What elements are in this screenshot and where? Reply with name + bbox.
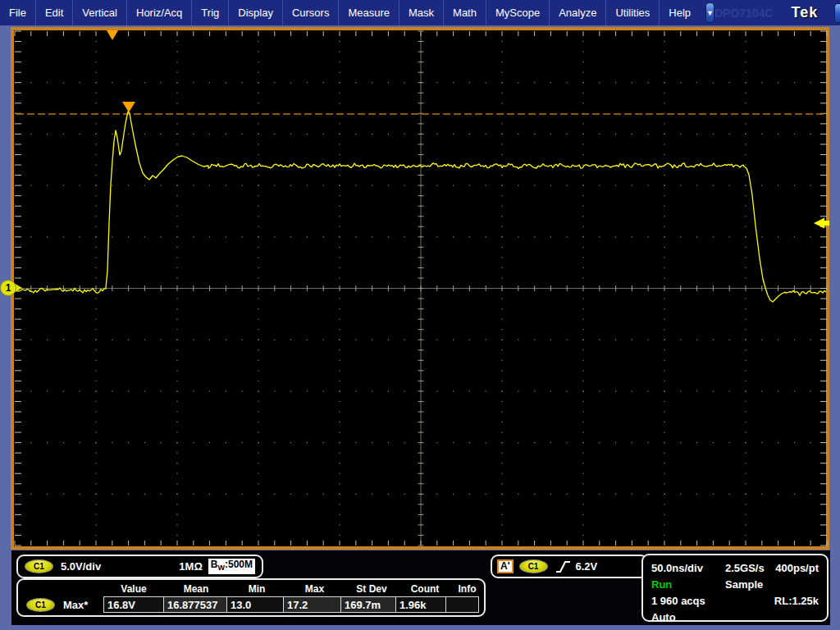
meas-count-cell: 1.96k	[395, 596, 446, 613]
acq-mode: Sample	[725, 578, 763, 591]
col-info: Info	[450, 583, 484, 595]
trigger-a-badge: A'	[497, 559, 514, 573]
menu-file[interactable]: File	[0, 0, 36, 25]
measurement-label: C1 Max*	[21, 598, 103, 612]
channel1-readout[interactable]: C1 5.0V/div 1MΩ BW:500M	[16, 555, 263, 578]
menu-math[interactable]: Math	[444, 0, 486, 25]
rising-edge-icon	[555, 559, 572, 574]
meas-mean-cell: 16.877537	[163, 596, 227, 613]
menu-horiz-acq[interactable]: Horiz/Acq	[127, 0, 192, 25]
waveform-display: 1	[0, 0, 840, 630]
model-label: DPO7104C	[714, 7, 774, 20]
menu-vertical[interactable]: Vertical	[73, 0, 127, 25]
menu-trig[interactable]: Trig	[192, 0, 229, 25]
channel1-termination: 1MΩ	[179, 560, 202, 573]
measurement-row: C1 Max* 16.8V 16.877537 13.0 17.2 169.7m…	[21, 596, 484, 614]
minimize-button[interactable]	[834, 3, 840, 23]
col-max: Max	[285, 583, 344, 595]
menu-mask[interactable]: Mask	[399, 0, 444, 25]
chevron-down-icon: ▼	[706, 9, 714, 17]
resolution: 400ps/pt	[775, 562, 819, 574]
acq-count: 1 960 acqs	[651, 595, 705, 607]
trigger-source-badge: C1	[519, 559, 548, 573]
trigger-level: 6.2V	[576, 560, 598, 573]
menu-help[interactable]: Help	[660, 0, 700, 25]
menu-analyze[interactable]: Analyze	[550, 0, 606, 25]
channel1-bandwidth: BW:500M	[208, 559, 255, 574]
col-count: Count	[399, 583, 450, 595]
acquisition-readout[interactable]: 50.0ns/div 2.5GS/s 400ps/pt Run Sample 1…	[641, 554, 829, 622]
meas-info-cell	[445, 596, 479, 613]
titlebar-right: DPO7104C Tek X	[714, 0, 840, 25]
measurement-name: Max*	[63, 599, 88, 611]
timebase: 50.0ns/div	[651, 562, 725, 574]
measurement-headers: Value Mean Min Max St Dev Count Info	[21, 582, 484, 596]
menu-bar: File Edit Vertical Horiz/Acq Trig Displa…	[0, 0, 840, 25]
col-value: Value	[103, 583, 164, 595]
trigger-readout[interactable]: A' C1 6.2V	[491, 555, 648, 578]
trigger-mode: Auto	[651, 611, 676, 623]
menu-cursors[interactable]: Cursors	[283, 0, 340, 25]
sample-rate: 2.5GS/s	[725, 562, 765, 574]
acq-state: Run	[651, 578, 725, 591]
meas-stdev-cell: 169.7m	[340, 596, 396, 613]
measurement-source-badge: C1	[26, 598, 55, 612]
menu-measure[interactable]: Measure	[339, 0, 399, 25]
menu-utilities[interactable]: Utilities	[606, 0, 660, 25]
measurement-table[interactable]: Value Mean Min Max St Dev Count Info C1 …	[16, 578, 486, 617]
readout-panel: C1 5.0V/div 1MΩ BW:500M A' C1 6.2V 50.0n…	[11, 550, 830, 625]
svg-text:1: 1	[6, 282, 11, 294]
menu-edit[interactable]: Edit	[36, 0, 73, 25]
meas-value-cell: 16.8V	[103, 596, 164, 613]
col-stdev: St Dev	[344, 583, 399, 595]
channel1-badge: C1	[25, 559, 53, 573]
col-min: Min	[228, 583, 285, 595]
record-length: RL:1.25k	[774, 595, 819, 607]
menu-display[interactable]: Display	[229, 0, 283, 25]
col-mean: Mean	[164, 583, 228, 595]
meas-min-cell: 13.0	[226, 596, 284, 613]
menu-overflow-button[interactable]: ▼	[705, 2, 714, 23]
tek-logo: Tek	[792, 4, 819, 21]
channel1-scale: 5.0V/div	[61, 560, 101, 573]
menu-myscope[interactable]: MyScope	[486, 0, 550, 25]
meas-max-cell: 17.2	[283, 596, 341, 613]
